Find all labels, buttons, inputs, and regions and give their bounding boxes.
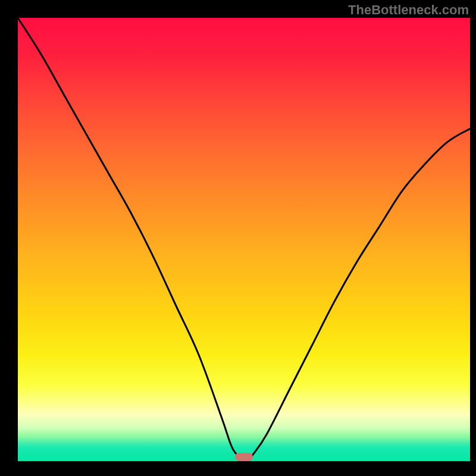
bottleneck-curve — [18, 18, 470, 459]
chart-container: TheBottleneck.com — [0, 0, 476, 476]
curve-layer — [18, 18, 470, 461]
plot-area — [18, 18, 470, 461]
bottleneck-marker — [235, 453, 253, 461]
watermark-label: TheBottleneck.com — [348, 2, 469, 18]
